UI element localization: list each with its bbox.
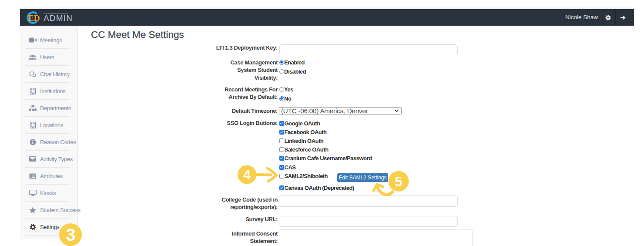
svg-text:5: 5 (395, 174, 402, 189)
svg-text:4: 4 (243, 167, 251, 182)
